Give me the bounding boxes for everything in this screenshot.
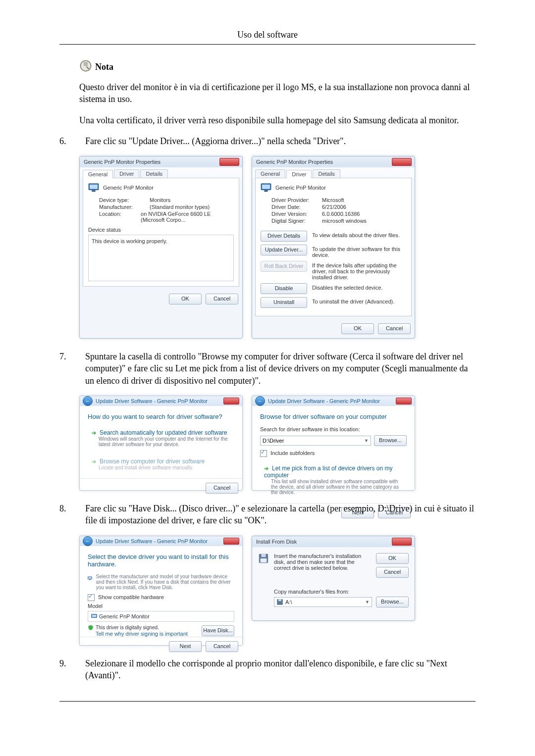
checkbox-include[interactable] (260, 450, 267, 457)
dialog-properties-driver: Generic PnP Monitor Properties General D… (252, 156, 415, 339)
cancel-button[interactable]: Cancel (206, 483, 238, 494)
option-pick-from-list[interactable]: ➔ Let me pick from a list of device driv… (260, 462, 407, 498)
option-search-auto-title: Search automatically for updated driver … (100, 429, 227, 436)
note-label: Nota (95, 62, 113, 72)
monitor-icon (88, 183, 99, 192)
svg-rect-11 (92, 614, 97, 617)
include-label: Include subfolders (270, 450, 315, 456)
k-location: Location: (99, 211, 135, 223)
arrow-icon: ➔ (264, 465, 268, 471)
v-manufacturer: (Standard monitor types) (150, 204, 210, 210)
back-icon[interactable]: ← (83, 396, 93, 406)
floppy-icon (258, 553, 269, 564)
dialog-install-from-disk: Install From Disk Insert the manufacture… (252, 536, 415, 621)
svg-rect-16 (278, 599, 281, 601)
tab-general[interactable]: General (83, 170, 113, 178)
close-icon[interactable] (219, 158, 239, 166)
close-icon[interactable] (223, 538, 239, 545)
back-icon[interactable]: ← (83, 536, 93, 546)
step-6: 6. Fare clic su "Update Driver... (Aggio… (59, 135, 476, 147)
update-driver-desc: To update the driver software for this d… (312, 245, 406, 258)
rollback-driver-button[interactable]: Roll Back Driver (261, 261, 307, 272)
wizard-crumb: Update Driver Software - Generic PnP Mon… (268, 398, 380, 404)
select-sub: Select the manufacturer and model of you… (96, 574, 234, 590)
ok-button[interactable]: OK (169, 294, 202, 304)
v-provider: Microsoft (322, 197, 344, 203)
wizard-heading: How do you want to search for driver sof… (88, 413, 234, 420)
divider-top (59, 44, 476, 45)
svg-rect-6 (264, 191, 268, 192)
svg-rect-2 (90, 185, 98, 189)
svg-rect-14 (261, 558, 267, 562)
wizard-crumb: Update Driver Software - Generic PnP Mon… (96, 538, 208, 544)
chevron-down-icon: ▼ (365, 600, 370, 605)
monitor-icon (88, 574, 92, 583)
note-icon (79, 59, 92, 72)
close-icon[interactable] (392, 158, 412, 166)
device-status-label: Device status (88, 227, 234, 233)
ok-button[interactable]: OK (376, 553, 409, 564)
v-version: 6.0.6000.16386 (322, 211, 360, 217)
option-search-auto[interactable]: ➔ Search automatically for updated drive… (88, 426, 234, 450)
ok-button[interactable]: OK (341, 323, 374, 334)
tab-details[interactable]: Details (313, 169, 340, 178)
checkbox-compatible[interactable] (88, 594, 95, 601)
tab-driver[interactable]: Driver (286, 170, 312, 178)
cancel-button[interactable]: Cancel (378, 323, 411, 334)
step-9-text: Selezionare il modello che corrisponde a… (85, 657, 476, 682)
col-model: Model (88, 603, 234, 609)
include-subfolders[interactable]: Include subfolders (260, 450, 407, 457)
driver-details-button[interactable]: Driver Details (261, 231, 307, 242)
step-8-text: Fare clic su "Have Disk... (Disco driver… (85, 503, 476, 527)
model-list[interactable]: Generic PnP Monitor (88, 611, 234, 622)
step-8-num: 8. (59, 503, 71, 527)
tab-general[interactable]: General (255, 169, 285, 178)
dialog-properties-general: Generic PnP Monitor Properties General D… (79, 156, 243, 339)
cancel-button[interactable]: Cancel (376, 567, 409, 578)
back-icon[interactable]: ← (255, 396, 265, 406)
browse-button[interactable]: Browse... (374, 435, 407, 446)
v-date: 6/21/2006 (322, 204, 346, 210)
cancel-button[interactable]: Cancel (206, 294, 238, 304)
k-version: Driver Version: (271, 211, 316, 217)
option-browse-title: Browse my computer for driver software (100, 458, 205, 465)
disable-button[interactable]: Disable (261, 283, 307, 294)
show-compatible[interactable]: Show compatible hardware (88, 594, 234, 601)
step-7-text: Spuntare la casella di controllo "Browse… (85, 351, 476, 387)
update-driver-button[interactable]: Update Driver... (261, 245, 307, 255)
wizard-update-choice: ← Update Driver Software - Generic PnP M… (79, 396, 243, 491)
uninstall-desc: To uninstall the driver (Advanced). (312, 297, 406, 304)
v-location: on NVIDIA GeForce 6600 LE (Microsoft Cor… (141, 211, 234, 223)
next-button[interactable]: Next (169, 641, 202, 652)
uninstall-button[interactable]: Uninstall (261, 297, 307, 308)
svg-rect-13 (261, 554, 266, 557)
floppy-icon (276, 599, 283, 605)
tab-driver[interactable]: Driver (114, 169, 139, 178)
arrow-icon: ➔ (92, 430, 96, 436)
driver-details-desc: To view details about the driver files. (312, 231, 406, 238)
wizard-select-driver: ← Update Driver Software - Generic PnP M… (79, 536, 243, 646)
close-icon[interactable] (223, 398, 239, 404)
path-field[interactable]: D:\Driver ▼ (260, 436, 371, 446)
signing-link[interactable]: Tell me why driver signing is important (96, 631, 188, 637)
pick-from-list-title: Let me pick from a list of device driver… (264, 465, 392, 479)
step-6-text: Fare clic su "Update Driver... (Aggiorna… (85, 135, 476, 147)
step-9: 9. Selezionare il modello che corrispond… (59, 657, 476, 682)
copy-path-field[interactable]: A:\ ▼ (274, 597, 372, 607)
svg-rect-8 (88, 577, 92, 579)
have-disk-button[interactable]: Have Disk... (202, 625, 234, 636)
k-signer: Digital Signer: (271, 218, 316, 224)
close-icon[interactable] (392, 538, 412, 546)
model-item[interactable]: Generic PnP Monitor (99, 613, 150, 619)
page-title: Uso del software (59, 30, 476, 40)
compatible-label: Show compatible hardware (98, 594, 164, 600)
cancel-button[interactable]: Cancel (206, 641, 238, 652)
close-icon[interactable] (396, 398, 412, 404)
dialog-title: Generic PnP Monitor Properties (84, 159, 160, 165)
note-para-2: Una volta certificato, il driver verrà r… (79, 114, 476, 126)
v-device-type: Monitors (150, 197, 170, 203)
tab-details[interactable]: Details (140, 169, 168, 178)
option-browse[interactable]: ➔ Browse my computer for driver software… (88, 455, 234, 473)
k-provider: Driver Provider: (271, 197, 316, 203)
browse-button[interactable]: Browse... (376, 597, 409, 607)
